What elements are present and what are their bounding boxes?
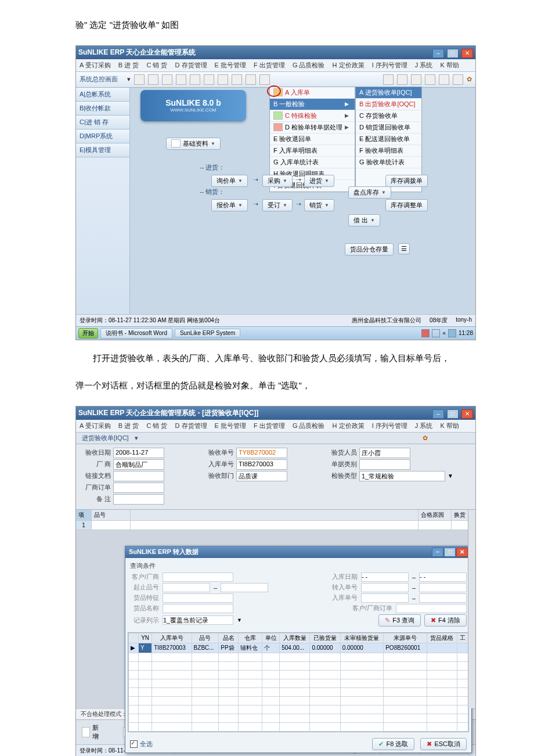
menu-item-active[interactable]: B 一般检验▶ — [270, 99, 355, 110]
inspector-field[interactable]: 庄小霞 — [359, 448, 410, 458]
menu-item[interactable]: F 验收单明细表 — [356, 145, 421, 157]
menu-b[interactable]: B 进 货 — [118, 422, 139, 430]
tool-icon[interactable] — [214, 434, 222, 442]
tool-icon[interactable] — [200, 434, 208, 442]
doc-field[interactable] — [113, 471, 164, 481]
flow-btn[interactable]: 受订▼ — [262, 199, 293, 211]
menu-d[interactable]: D 存货管理 — [175, 61, 207, 70]
menu-a[interactable]: A 受订采购 — [80, 422, 111, 430]
menu-item[interactable]: D 销货退回验收单 — [356, 122, 421, 134]
in-field[interactable]: TI8B270003 — [236, 459, 287, 470]
maximize-button[interactable]: □ — [444, 548, 456, 557]
sidebar-item[interactable]: E|模具管理 — [76, 143, 129, 157]
flow-btn[interactable]: 销货▼ — [304, 199, 334, 211]
indate-from[interactable]: - - — [361, 573, 409, 582]
cord-field[interactable] — [396, 604, 467, 613]
minimize-button[interactable]: – — [432, 409, 444, 419]
tool-icon[interactable] — [411, 74, 421, 85]
tool-icon[interactable] — [409, 434, 417, 442]
flow-btn[interactable]: 库存调拨单 — [385, 175, 428, 187]
menu-k[interactable]: K 帮助 — [440, 61, 459, 70]
menu-g[interactable]: G 品质检验 — [293, 422, 325, 430]
tin-from[interactable] — [361, 583, 409, 592]
menu-item[interactable]: E 配送退回验收单 — [356, 134, 421, 145]
tool-icon[interactable] — [353, 434, 361, 442]
tool-icon[interactable] — [339, 434, 347, 442]
sidebar-item[interactable]: C|进 销 存 — [76, 116, 129, 129]
prod-to[interactable] — [221, 583, 268, 592]
tool-icon[interactable] — [297, 434, 305, 442]
tool-icon[interactable] — [259, 74, 270, 85]
menu-c[interactable]: C 销 货 — [146, 61, 167, 70]
tool-icon[interactable] — [218, 74, 228, 85]
menu-c[interactable]: C 销 货 — [146, 422, 167, 430]
tool-icon[interactable] — [453, 74, 463, 85]
sidebar-item[interactable]: A|总帐系统 — [76, 88, 129, 102]
tool-icon[interactable] — [232, 74, 242, 85]
menu-item[interactable]: A 入库单 — [270, 87, 355, 99]
tool-icon[interactable] — [204, 74, 214, 85]
category-field[interactable] — [359, 459, 410, 470]
vendor-field[interactable]: 合顺制品厂 — [113, 459, 164, 470]
prod-from[interactable] — [163, 583, 210, 592]
disp-select[interactable]: 1_覆盖当前记录 — [163, 615, 233, 625]
new-button[interactable]: 新增 — [82, 723, 102, 741]
minimize-button[interactable]: – — [432, 548, 443, 557]
dialog-grid[interactable]: YN入库单号品号品名仓库单位入库数量已验货量未审核验货量来源单号货品规格工 ▶ … — [128, 632, 469, 732]
tool-icon[interactable] — [190, 74, 200, 85]
menu-item[interactable]: E 验收退回单 — [270, 134, 355, 145]
menu-item[interactable]: G 验收单统计表 — [356, 157, 421, 168]
menu-a[interactable]: A 受订采购 — [80, 61, 111, 70]
tool-icon[interactable] — [367, 434, 375, 442]
tool-icon[interactable] — [425, 74, 435, 85]
menu-j[interactable]: J 系统 — [415, 61, 433, 70]
tool-icon[interactable] — [269, 434, 277, 442]
tool-icon[interactable] — [439, 74, 449, 85]
menu-k[interactable]: K 帮助 — [440, 422, 459, 430]
date-field[interactable]: 2008-11-27 — [113, 448, 164, 458]
tool-icon[interactable] — [241, 434, 250, 442]
taskbar-tab[interactable]: 说明书 - Microsoft Word — [100, 328, 172, 339]
tool-icon[interactable] — [148, 74, 158, 85]
restore-button[interactable]: □ — [447, 49, 459, 58]
tin-to[interactable] — [419, 583, 467, 592]
tool-icon[interactable] — [381, 434, 389, 442]
tool-icon[interactable] — [395, 434, 403, 442]
menu-item[interactable]: C 特殊检验▶ — [270, 110, 355, 122]
close-button[interactable]: ✕ — [461, 409, 473, 419]
flow-btn[interactable]: 采购▼ — [262, 175, 293, 187]
tool-icon[interactable] — [311, 434, 319, 442]
gear-icon[interactable]: ✿ — [467, 75, 472, 83]
menu-f[interactable]: F 出货管理 — [254, 61, 285, 70]
flow-btn[interactable]: 库存调整单 — [385, 199, 428, 211]
menu-bar[interactable]: A 受订采购 B 进 货 C 销 货 D 存货管理 E 批号管理 F 出货管理 … — [76, 420, 475, 433]
menu-f[interactable]: F 出货管理 — [254, 422, 285, 430]
tool-icon[interactable] — [325, 434, 333, 442]
menu-item[interactable]: G 入库单统计表 — [270, 157, 355, 168]
list-icon[interactable]: ☰ — [398, 243, 410, 254]
doc-tab[interactable]: 进货验收单[IQC] — [82, 434, 129, 442]
close-button[interactable]: ✕ — [456, 548, 468, 557]
menu-d[interactable]: D 存货管理 — [175, 422, 207, 430]
bill-field[interactable]: TY8B270002 — [236, 448, 287, 458]
tool-icon[interactable] — [283, 434, 291, 442]
taskbar-tab[interactable]: SunLike ERP System — [175, 329, 240, 337]
pick-button[interactable]: ✔F8 选取 — [372, 738, 414, 750]
flow-btn[interactable]: 货品分仓存量 — [345, 243, 394, 255]
tool-icon[interactable] — [134, 74, 145, 85]
menu-bar[interactable]: A 受订采购 B 进 货 C 销 货 D 存货管理 E 批号管理 F 出货管理 … — [76, 59, 475, 72]
menu-b[interactable]: B 进 货 — [118, 61, 139, 70]
cancel-button[interactable]: ✖ESC取消 — [420, 738, 467, 750]
indate-to[interactable]: - - — [419, 573, 467, 582]
menu-item[interactable]: F 入库单明细表 — [270, 145, 355, 157]
order-field[interactable] — [113, 483, 164, 493]
v-scrollbar[interactable] — [468, 510, 475, 708]
query-button[interactable]: ✎F3 查询 — [378, 614, 421, 627]
iin-from[interactable] — [361, 593, 409, 603]
flow-btn[interactable]: 报价单▼ — [211, 199, 248, 211]
minimize-button[interactable]: – — [432, 49, 444, 58]
dept-field[interactable]: 品质课 — [236, 471, 287, 481]
sidebar-item[interactable]: D|MRP系统 — [76, 129, 129, 143]
tool-icon[interactable] — [397, 74, 407, 85]
flow-btn[interactable]: 盘点库存▼ — [348, 186, 391, 199]
